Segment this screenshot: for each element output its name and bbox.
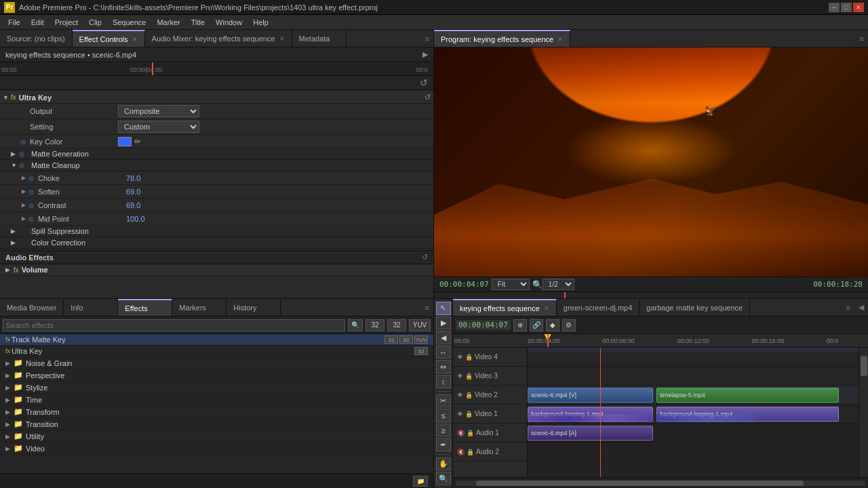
- matte-generation-row[interactable]: ▶ ◎ Matte Generation: [0, 148, 433, 160]
- menu-project[interactable]: Project: [50, 17, 83, 28]
- window-controls[interactable]: ─ □ ✕: [829, 3, 864, 12]
- track-vis-icon-v1[interactable]: 👁: [457, 411, 463, 418]
- tab-history[interactable]: History: [226, 299, 281, 316]
- tool-slide[interactable]: ≥: [436, 424, 451, 437]
- tl-add-marker-btn[interactable]: ◆: [546, 319, 559, 331]
- track-vis-icon-v4[interactable]: 👁: [457, 354, 463, 361]
- ec-reset-btn[interactable]: ↺: [420, 77, 428, 88]
- ec-header-arrow[interactable]: ▶: [422, 50, 428, 59]
- track-vis-icon-v2[interactable]: 👁: [457, 392, 463, 399]
- ultra-key-title-row[interactable]: ▼ fx Ultra Key ↺: [0, 92, 433, 104]
- folder-utility[interactable]: ▶ 📁 Utility: [0, 430, 433, 443]
- track-row-video3[interactable]: [528, 367, 859, 386]
- monitor-fit-dropdown[interactable]: Fit 25% 50% 75% 100%: [492, 279, 530, 290]
- menu-sequence[interactable]: Sequence: [107, 17, 152, 28]
- output-dropdown[interactable]: Composite Alpha Channel Color Channel Ma…: [118, 105, 199, 117]
- setting-dropdown[interactable]: Custom Default Aggressive Relaxed: [118, 121, 199, 133]
- effects-item-ultra-key[interactable]: fx Ultra Key 32: [0, 346, 433, 357]
- tl-link-btn[interactable]: 🔗: [530, 319, 543, 331]
- timeline-panel-menu-btn[interactable]: ≡: [842, 299, 854, 316]
- effects-grid-view-btn[interactable]: 32: [387, 319, 406, 331]
- tl-settings-btn[interactable]: ⚙: [562, 319, 576, 331]
- folder-transform[interactable]: ▶ 📁 Transform: [0, 406, 433, 418]
- tool-razor[interactable]: ✂: [436, 394, 451, 408]
- close-button[interactable]: ✕: [853, 3, 864, 12]
- folder-stylize[interactable]: ▶ 📁 Stylize: [0, 382, 433, 394]
- track-lock-icon-v1[interactable]: 🔒: [465, 411, 473, 418]
- effects-list-view-btn[interactable]: 32: [366, 319, 384, 331]
- effects-item-track-matte-key[interactable]: fx Track Matte Key 32 32 YUV: [0, 334, 433, 346]
- midpoint-value[interactable]: 100.0: [126, 215, 145, 223]
- folder-time[interactable]: ▶ 📁 Time: [0, 394, 433, 406]
- timeline-collapse-btn[interactable]: ◀: [854, 299, 868, 316]
- track-lock-icon-v3[interactable]: 🔒: [465, 373, 473, 380]
- tab-timeline-green-screen[interactable]: green-screen-dj.mp4: [557, 299, 640, 316]
- track-row-audio2[interactable]: [528, 443, 859, 462]
- menu-window[interactable]: Window: [210, 17, 248, 28]
- tool-hand[interactable]: ✋: [436, 458, 451, 471]
- tab-effect-controls-close[interactable]: ✕: [132, 36, 138, 43]
- tool-zoom[interactable]: 🔍: [436, 472, 451, 485]
- tool-selection[interactable]: ↖: [436, 302, 451, 315]
- folder-transition[interactable]: ▶ 📁 Transition: [0, 418, 433, 430]
- menu-edit[interactable]: Edit: [26, 17, 50, 28]
- volume-row[interactable]: ▶ fx Volume: [0, 264, 433, 276]
- folder-perspective[interactable]: ▶ 📁 Perspective: [0, 369, 433, 382]
- menu-file[interactable]: File: [3, 17, 26, 28]
- tab-effects[interactable]: Effects: [118, 299, 172, 316]
- track-vis-icon-v3[interactable]: 👁: [457, 373, 463, 380]
- tab-audio-mixer[interactable]: Audio Mixer: keying effects sequence ✕: [145, 30, 292, 47]
- maximize-button[interactable]: □: [841, 3, 852, 12]
- track-solo-icon-a2[interactable]: 🔒: [467, 449, 474, 455]
- folder-noise-grain[interactable]: ▶ 📁 Noise & Grain: [0, 357, 433, 369]
- track-lock-icon-v4[interactable]: 🔒: [465, 354, 473, 361]
- left-panel-menu-btn[interactable]: ≡: [421, 30, 433, 47]
- tab-program[interactable]: Program: keying effects sequence ✕: [434, 30, 570, 47]
- tl-snap-btn[interactable]: ⊕: [513, 319, 527, 331]
- track-mute-icon-a2[interactable]: 🔇: [457, 449, 465, 455]
- tab-media-browser[interactable]: Media Browser: [0, 299, 64, 316]
- track-lock-icon-v2[interactable]: 🔒: [465, 392, 473, 399]
- tool-track-select-fwd[interactable]: ▶: [436, 317, 451, 330]
- tab-source[interactable]: Source: (no clips): [0, 30, 73, 47]
- eyedropper-btn[interactable]: ✏: [134, 137, 141, 146]
- tool-slip[interactable]: ≤: [436, 409, 451, 422]
- effects-panel-menu-btn[interactable]: ≡: [421, 299, 433, 316]
- timeline-v-scrollbar[interactable]: [859, 348, 868, 477]
- tool-pen[interactable]: ✒: [436, 438, 451, 451]
- spill-suppression-row[interactable]: ▶ Spill Suppression: [0, 226, 433, 237]
- tool-rolling-edit[interactable]: ⇔: [436, 360, 451, 373]
- h-scroll-thumb[interactable]: [476, 481, 804, 486]
- menu-clip[interactable]: Clip: [83, 17, 107, 28]
- monitor-ratio-dropdown[interactable]: 1/2 1/4 Full: [542, 279, 574, 290]
- tab-timeline-keying[interactable]: keying effects sequence ✕: [453, 299, 557, 316]
- tab-metadata[interactable]: Metadata: [292, 30, 347, 47]
- tab-audio-mixer-close[interactable]: ✕: [279, 35, 285, 42]
- menu-title[interactable]: Title: [186, 17, 210, 28]
- ultra-key-reset-btn[interactable]: ↺: [425, 93, 431, 102]
- tab-markers[interactable]: Markers: [172, 299, 226, 316]
- color-correction-row[interactable]: ▶ Color Correction: [0, 237, 433, 249]
- tab-info[interactable]: Info: [64, 299, 118, 316]
- menu-marker[interactable]: Marker: [151, 17, 185, 28]
- audio-effects-menu-btn[interactable]: ↺: [422, 253, 428, 262]
- program-panel-menu-btn[interactable]: ≡: [856, 30, 868, 47]
- h-scrollbar-track[interactable]: [456, 481, 865, 486]
- choke-value[interactable]: 78.0: [126, 174, 140, 182]
- effects-new-bin-btn[interactable]: 📁: [413, 476, 428, 487]
- tool-track-select-back[interactable]: ◀: [436, 331, 451, 344]
- v-scroll-thumb[interactable]: [861, 356, 867, 376]
- effects-search-input[interactable]: [3, 319, 345, 331]
- track-mute-icon-a1[interactable]: 🔇: [457, 430, 465, 436]
- tool-rate-stretch[interactable]: ↕: [436, 375, 451, 388]
- soften-value[interactable]: 69.0: [126, 188, 140, 196]
- timeline-playhead-line[interactable]: [547, 334, 549, 348]
- track-row-video4[interactable]: [528, 348, 859, 367]
- effects-yuv-btn[interactable]: YUV: [409, 319, 431, 331]
- track-row-video2[interactable]: scenic-6.mp4 [V] timelapse-5.mp4: [528, 386, 859, 405]
- tool-ripple-edit[interactable]: ↔: [436, 346, 451, 359]
- matte-cleanup-row[interactable]: ▼ ◎ Matte Cleanup: [0, 160, 433, 171]
- track-solo-icon-a1[interactable]: 🔒: [467, 430, 474, 436]
- track-row-video1[interactable]: background-looping-1.mp4 background-loop…: [528, 405, 859, 424]
- key-color-swatch[interactable]: [118, 137, 132, 146]
